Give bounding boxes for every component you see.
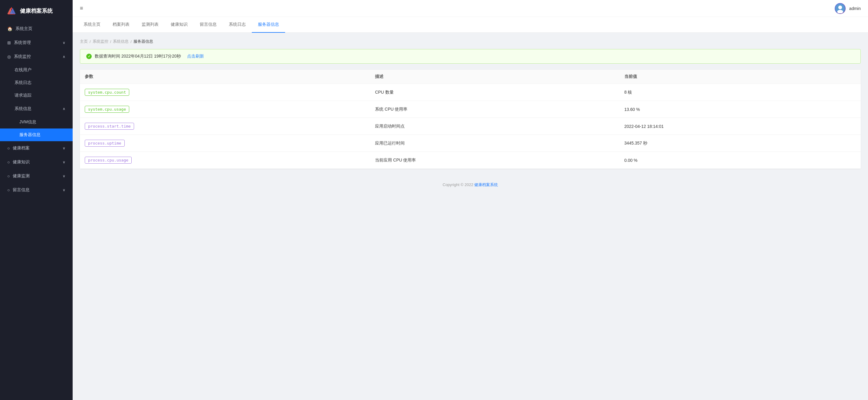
param-cell: system.cpu.usage xyxy=(80,101,370,118)
table-header: 参数 描述 当前值 xyxy=(80,70,861,84)
col-description: 描述 xyxy=(370,70,620,84)
param-cell: process.uptime xyxy=(80,135,370,152)
param-tag: process.uptime xyxy=(85,140,125,147)
tab-health-knowledge[interactable]: 健康知识 xyxy=(165,17,194,33)
breadcrumb-sep-2: / xyxy=(110,39,112,44)
menu-toggle-button[interactable]: ≡ xyxy=(80,5,83,11)
description-cell: 应用启动时间点 xyxy=(370,118,620,135)
chevron-down-icon-5: ∨ xyxy=(63,188,65,192)
sidebar-item-health-record[interactable]: ○ 健康档案 ∨ xyxy=(0,141,73,155)
sidebar-item-system-log-label: 系统日志 xyxy=(14,80,31,85)
table-row: system.cpu.usage 系统 CPU 使用率 13.60 % xyxy=(80,101,861,118)
param-tag: system.cpu.usage xyxy=(85,106,129,113)
tab-home[interactable]: 系统主页 xyxy=(78,17,106,33)
col-value: 当前值 xyxy=(620,70,861,84)
value-cell: 3445.357 秒 xyxy=(620,135,861,152)
home-icon: 🏠 xyxy=(7,26,12,31)
sidebar-item-jvm-label: JVM信息 xyxy=(19,119,36,125)
sidebar-item-request-trace-label: 请求追踪 xyxy=(14,93,31,98)
sidebar-item-health-monitor-label: 健康监测 xyxy=(13,173,30,179)
description-cell: 系统 CPU 使用率 xyxy=(370,101,620,118)
sidebar-item-system-mgmt[interactable]: ⊞ 系统管理 ∨ xyxy=(0,36,73,50)
health-knowledge-icon: ○ xyxy=(7,160,10,165)
tab-system-log[interactable]: 系统日志 xyxy=(223,17,252,33)
breadcrumb-sep-1: / xyxy=(90,39,91,44)
sidebar-item-health-knowledge[interactable]: ○ 健康知识 ∨ xyxy=(0,155,73,169)
grid-icon: ⊞ xyxy=(7,40,11,45)
footer-text: Copyright © 2022 xyxy=(443,182,474,187)
breadcrumb-monitor[interactable]: 系统监控 xyxy=(93,39,108,44)
chevron-down-icon-4: ∨ xyxy=(63,174,65,178)
success-icon xyxy=(86,54,92,59)
table-row: process.start.time 应用启动时间点 2022-04-12 18… xyxy=(80,118,861,135)
param-tag: process.start.time xyxy=(85,123,134,130)
sidebar-item-jvm[interactable]: JVM信息 xyxy=(0,116,73,128)
tab-bar: 系统主页 档案列表 监测列表 健康知识 留言信息 系统日志 服务器信息 xyxy=(73,17,868,33)
sidebar-item-online-users-label: 在线用户 xyxy=(14,67,31,73)
table-row: process.uptime 应用已运行时间 3445.357 秒 xyxy=(80,135,861,152)
sidebar-item-system-info-label: 系统信息 xyxy=(14,106,31,112)
table-body: system.cpu.count CPU 数量 8 核 system.cpu.u… xyxy=(80,84,861,169)
health-monitor-icon: ○ xyxy=(7,174,10,178)
param-tag: system.cpu.count xyxy=(85,89,129,96)
breadcrumb-serverinfo: 服务器信息 xyxy=(133,39,153,44)
value-cell: 13.60 % xyxy=(620,101,861,118)
header-right: admin xyxy=(835,3,861,14)
value-cell: 0.00 % xyxy=(620,152,861,169)
table-row: process.cpu.usage 当前应用 CPU 使用率 0.00 % xyxy=(80,152,861,169)
sidebar-item-server-info-label: 服务器信息 xyxy=(19,132,40,138)
sidebar-item-health-knowledge-label: 健康知识 xyxy=(13,160,30,165)
description-cell: 当前应用 CPU 使用率 xyxy=(370,152,620,169)
avatar xyxy=(835,3,846,14)
chevron-down-icon-2: ∨ xyxy=(63,146,65,150)
logo-text: 健康档案系统 xyxy=(20,7,53,15)
table-row: system.cpu.count CPU 数量 8 核 xyxy=(80,84,861,101)
breadcrumb-sep-3: / xyxy=(130,39,132,44)
tab-file-list[interactable]: 档案列表 xyxy=(106,17,135,33)
chevron-down-icon-3: ∨ xyxy=(63,160,65,164)
footer: Copyright © 2022 健康档案系统 xyxy=(73,175,868,195)
svg-point-4 xyxy=(838,5,842,9)
user-name: admin xyxy=(849,6,861,11)
description-cell: 应用已运行时间 xyxy=(370,135,620,152)
sidebar: 健康档案系统 🏠 系统主页 ⊞ 系统管理 ∨ ◎ 系统监控 ∧ 在线用户 系统日… xyxy=(0,0,73,400)
tab-monitor-list[interactable]: 监测列表 xyxy=(135,17,165,33)
health-record-icon: ○ xyxy=(7,146,10,151)
breadcrumb-home[interactable]: 主页 xyxy=(80,39,88,44)
banner-text: 数据查询时间 2022年04月12日 19时17分20秒 xyxy=(95,54,181,59)
param-tag: process.cpu.usage xyxy=(85,157,132,164)
param-cell: process.start.time xyxy=(80,118,370,135)
sidebar-item-system-log[interactable]: 系统日志 xyxy=(0,76,73,89)
sidebar-item-system-monitor[interactable]: ◎ 系统监控 ∧ xyxy=(0,50,73,64)
chevron-down-icon: ∨ xyxy=(63,40,65,45)
tab-server-info[interactable]: 服务器信息 xyxy=(252,17,285,33)
chevron-up-icon: ∧ xyxy=(63,55,65,59)
sidebar-item-online-users[interactable]: 在线用户 xyxy=(0,64,73,76)
server-info-table: 参数 描述 当前值 system.cpu.count CPU 数量 8 核 xyxy=(80,70,861,169)
info-banner: 数据查询时间 2022年04月12日 19时17分20秒 点击刷新 xyxy=(80,49,861,64)
monitor-icon: ◎ xyxy=(7,54,11,59)
value-cell: 8 核 xyxy=(620,84,861,101)
tab-messages[interactable]: 留言信息 xyxy=(194,17,223,33)
description-cell: CPU 数量 xyxy=(370,84,620,101)
sidebar-item-system-monitor-label: 系统监控 xyxy=(14,54,31,59)
sidebar-item-message-label: 留言信息 xyxy=(13,187,30,193)
sidebar-item-message[interactable]: ○ 留言信息 ∨ xyxy=(0,183,73,197)
breadcrumb-sysinfo[interactable]: 系统信息 xyxy=(113,39,129,44)
param-cell: process.cpu.usage xyxy=(80,152,370,169)
refresh-button[interactable]: 点击刷新 xyxy=(187,54,204,59)
col-param: 参数 xyxy=(80,70,370,84)
sidebar-item-system-info[interactable]: 系统信息 ∧ xyxy=(0,102,73,116)
chevron-up-icon-2: ∧ xyxy=(63,107,65,111)
sidebar-item-home[interactable]: 🏠 系统主页 xyxy=(0,22,73,36)
top-header: ≡ admin xyxy=(73,0,868,17)
logo-icon xyxy=(6,5,17,17)
value-cell: 2022-04-12 18:14:01 xyxy=(620,118,861,135)
sidebar-item-server-info[interactable]: 服务器信息 xyxy=(0,128,73,141)
breadcrumb: 主页 / 系统监控 / 系统信息 / 服务器信息 xyxy=(80,39,861,44)
avatar-icon xyxy=(835,4,845,13)
sidebar-item-request-trace[interactable]: 请求追踪 xyxy=(0,89,73,102)
message-icon: ○ xyxy=(7,188,10,193)
data-table-container: 参数 描述 当前值 system.cpu.count CPU 数量 8 核 xyxy=(80,70,861,169)
sidebar-item-health-monitor[interactable]: ○ 健康监测 ∨ xyxy=(0,169,73,183)
